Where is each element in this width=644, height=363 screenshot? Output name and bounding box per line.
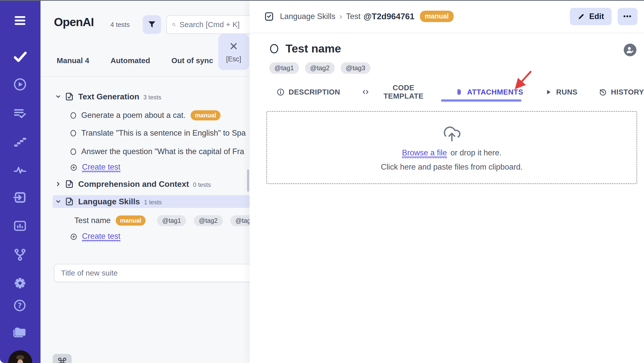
list-check-icon[interactable] <box>13 106 28 121</box>
circle-status-icon <box>70 112 77 119</box>
circle-status-icon <box>70 148 77 156</box>
tag-pill: @tag2 <box>305 62 335 74</box>
assignee-user-check-icon[interactable] <box>624 44 636 56</box>
test-label: Generate a poem about a cat. <box>81 111 186 120</box>
command-shortcut-button[interactable]: ⌘ <box>53 354 72 363</box>
task-check-icon <box>264 11 274 22</box>
manual-badge: manual <box>191 110 220 120</box>
browse-file-link[interactable]: Browse a file <box>402 148 447 158</box>
drawer-scrollbar-thumb[interactable] <box>247 169 249 192</box>
manual-badge: manual <box>116 215 146 226</box>
window-top-edge <box>0 0 644 1</box>
steps-icon[interactable] <box>13 134 28 149</box>
test-tags: @tag1 @tag2 @tag3 <box>269 62 370 74</box>
folder-icon[interactable] <box>13 324 28 339</box>
tab-description[interactable]: DESCRIPTION <box>276 88 340 96</box>
detail-header: Language Skills › Test @T2d964761 manual… <box>250 0 644 33</box>
circle-status-icon <box>70 129 77 137</box>
search-input[interactable] <box>179 20 250 29</box>
chevron-down-icon[interactable] <box>54 198 62 205</box>
search-box <box>166 15 250 34</box>
paste-hint: Click here and paste files from clipboar… <box>381 162 523 172</box>
breadcrumb-suite[interactable]: Language Skills <box>280 12 335 21</box>
plus-circle-icon <box>70 233 77 241</box>
tag-pill: @tag3 <box>230 215 250 226</box>
app-sidebar: ? <box>0 0 41 363</box>
code-icon <box>361 88 370 96</box>
help-icon[interactable]: ? <box>13 298 28 313</box>
new-suite-title-input[interactable] <box>54 264 250 282</box>
tab-label: DESCRIPTION <box>289 88 340 96</box>
close-icon <box>229 41 239 51</box>
breadcrumb-separator: › <box>339 12 342 21</box>
tab-history[interactable]: HISTORY <box>599 88 644 96</box>
suite-label: Comprehension and Context <box>78 179 189 189</box>
tag-pill: @tag3 <box>341 62 370 74</box>
tab-label: HISTORY <box>611 88 644 96</box>
test-label: Translate "This is a sentence in English… <box>81 129 246 138</box>
sign-in-icon[interactable] <box>13 190 28 205</box>
activity-pulse-icon[interactable] <box>13 163 28 177</box>
tab-attachments[interactable]: ATTACHMENTS <box>455 88 523 96</box>
filter-button[interactable] <box>143 15 161 34</box>
chevron-right-icon[interactable] <box>54 180 62 188</box>
test-title: Test name <box>286 42 341 55</box>
create-test-row: Create test <box>41 158 250 177</box>
file-dropzone[interactable]: Browse a file or drop it here. Click her… <box>266 111 637 184</box>
suite-label: Text Generation <box>78 92 139 101</box>
info-icon <box>276 88 285 96</box>
breadcrumb-test-label: Test <box>346 12 360 21</box>
test-row-answer[interactable]: Answer the question "What is the capital… <box>41 142 250 161</box>
branch-icon[interactable] <box>13 247 28 262</box>
tabs-divider <box>41 76 250 77</box>
suite-count: 3 tests <box>143 94 161 101</box>
create-test-link[interactable]: Create test <box>82 162 120 173</box>
file-check-icon <box>65 179 74 189</box>
active-tab-indicator <box>441 99 521 102</box>
more-actions-button[interactable]: ••• <box>618 8 637 25</box>
test-detail-panel: Language Skills › Test @T2d964761 manual… <box>250 0 644 363</box>
circle-status-icon <box>269 43 279 55</box>
tab-out-of-sync[interactable]: Out of sync <box>171 56 213 65</box>
create-test-row: Create test <box>41 228 250 246</box>
suite-row-comprehension[interactable]: Comprehension and Context 0 tests <box>41 175 250 193</box>
suite-row-text-generation[interactable]: Text Generation 3 tests <box>41 87 250 106</box>
history-clock-icon <box>599 88 607 96</box>
close-drawer-button[interactable]: [Esc] <box>218 34 249 70</box>
test-title-row: Test name <box>269 42 341 55</box>
test-row-translate[interactable]: Translate "This is a sentence in English… <box>41 124 250 142</box>
chevron-down-icon[interactable] <box>54 93 62 100</box>
tab-runs[interactable]: RUNS <box>545 88 577 96</box>
drawer-tabs: Manual 4 Automated Out of sync <box>57 56 213 65</box>
esc-hint: [Esc] <box>226 55 241 63</box>
paperclip-icon <box>455 88 463 96</box>
suite-row-language-skills-selected[interactable]: Language Skills 1 tests <box>53 195 250 208</box>
tag-pill: @tag1 <box>157 215 186 226</box>
tests-check-icon[interactable] <box>13 49 28 64</box>
test-suites-drawer: OpenAI 4 tests [Esc] Manual 4 Automated … <box>41 0 250 363</box>
gear-icon[interactable] <box>13 276 28 291</box>
svg-text:?: ? <box>18 301 22 310</box>
tab-label: ATTACHMENTS <box>467 88 523 96</box>
bar-chart-icon[interactable] <box>13 219 28 233</box>
runs-play-circle-icon[interactable] <box>13 77 28 92</box>
tab-code-template[interactable]: CODE TEMPLATE <box>361 84 434 100</box>
edit-button[interactable]: Edit <box>570 8 612 25</box>
test-row-poem[interactable]: Generate a poem about a cat. manual <box>41 106 250 124</box>
tab-label: CODE TEMPLATE <box>373 84 434 100</box>
tab-automated[interactable]: Automated <box>110 56 150 65</box>
create-test-link[interactable]: Create test <box>82 232 120 242</box>
tab-manual[interactable]: Manual 4 <box>57 56 89 65</box>
suite-label: Language Skills <box>78 197 140 206</box>
search-icon <box>172 20 176 29</box>
test-label: Answer the question "What is the capital… <box>81 147 244 156</box>
manual-badge: manual <box>420 11 454 22</box>
drop-hint: or drop it here. <box>450 148 501 157</box>
menu-icon[interactable] <box>13 13 28 28</box>
test-row-test-name[interactable]: Test name manual @tag1 @tag2 @tag3 <box>41 211 250 230</box>
file-check-icon <box>65 92 74 101</box>
test-tags: @tag1 @tag2 @tag3 <box>157 215 250 226</box>
file-check-icon <box>65 197 74 206</box>
user-avatar[interactable] <box>8 350 32 363</box>
upload-cloud-icon <box>441 123 463 143</box>
